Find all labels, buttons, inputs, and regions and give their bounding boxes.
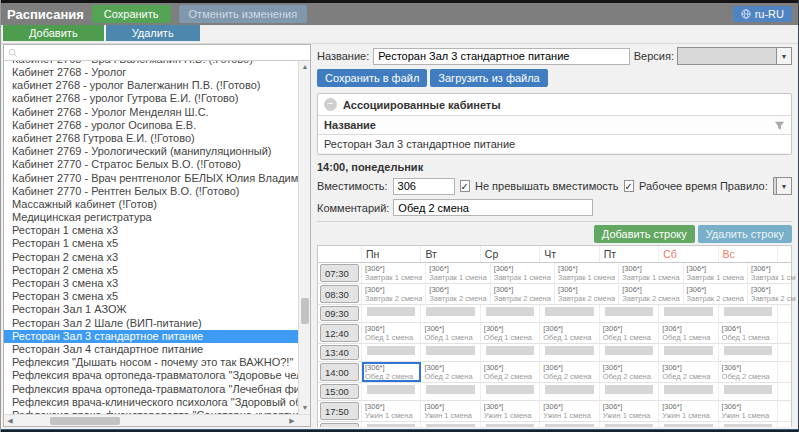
list-item[interactable]: Рефлексия врача ортопеда-травматолога "З… <box>4 369 298 382</box>
schedule-cell[interactable]: [306*]Завтрак 1 смена <box>426 263 490 283</box>
schedule-cell[interactable]: [306*]Ужин 1 смена <box>600 401 659 421</box>
time-label-cell[interactable]: 08:30 <box>318 284 362 304</box>
work-time-checkbox[interactable]: ✓ <box>624 180 634 192</box>
schedule-cell[interactable] <box>481 344 540 361</box>
list-item[interactable]: Рефлексия врача-клинического психолога "… <box>4 396 298 409</box>
schedule-cell[interactable] <box>421 383 480 400</box>
list-item[interactable]: Ресторан Зал 4 стандартное питание <box>4 343 298 356</box>
time-label-cell[interactable]: 12:40 <box>318 323 362 343</box>
delete-row-button[interactable]: Удалить строку <box>698 225 792 243</box>
vertical-scrollbar[interactable]: ▲ ▼ <box>298 61 310 414</box>
schedule-cell[interactable]: [306*]Обед 1 смена <box>421 323 480 343</box>
load-from-file-button[interactable]: Загрузить из файла <box>430 69 547 87</box>
time-label-cell[interactable]: 07:30 <box>318 263 362 283</box>
locale-badge[interactable]: ru-RU <box>733 6 792 22</box>
chevron-down-icon[interactable]: ▼ <box>776 48 791 64</box>
list-item[interactable]: Ресторан Зал 1 АЗОЖ <box>4 303 298 316</box>
schedule-cell[interactable] <box>421 344 480 361</box>
horizontal-scrollbar[interactable]: ◀ ▶ <box>4 414 310 426</box>
schedule-cell[interactable]: [306*]Ужин 1 смена <box>540 401 599 421</box>
schedule-cell[interactable]: [306*]Завтрак 2 смена <box>619 284 683 304</box>
list-item[interactable]: Кабинет 2770 - Рентген Белых В.О. (!Гото… <box>4 185 298 198</box>
schedule-cell[interactable] <box>600 305 659 322</box>
cancel-changes-button[interactable]: Отменить изменения <box>179 5 308 23</box>
schedule-cell[interactable] <box>481 383 540 400</box>
schedule-cell[interactable] <box>481 305 540 322</box>
schedule-cell[interactable]: [306*]Обед 1 смена <box>600 323 659 343</box>
list-item[interactable]: Кабинет 2768 - Уролог Менделян Ш.С. <box>4 106 298 119</box>
list-item[interactable]: Медицинская регистратура <box>4 211 298 224</box>
schedule-cell[interactable] <box>540 344 599 361</box>
schedule-cell[interactable] <box>719 305 778 322</box>
version-dropdown[interactable]: ▼ <box>677 47 792 65</box>
schedule-cell[interactable] <box>362 422 421 427</box>
schedule-cell[interactable]: [306*]Обед 2 смена <box>719 362 778 382</box>
time-label-cell[interactable]: 17:50 <box>318 401 362 421</box>
schedule-cell[interactable] <box>719 344 778 361</box>
scroll-left-arrow[interactable]: ◀ <box>4 415 16 427</box>
scroll-up-arrow[interactable]: ▲ <box>299 61 310 73</box>
schedule-cell[interactable]: [306*]Ужин 1 смена <box>362 401 421 421</box>
schedule-cell[interactable] <box>600 422 659 427</box>
schedule-cell[interactable] <box>540 383 599 400</box>
schedule-cell[interactable]: [306*]Обед 2 смена <box>540 362 599 382</box>
schedule-cell[interactable] <box>659 305 718 322</box>
horizontal-scroll-thumb[interactable] <box>50 417 120 425</box>
schedule-cell[interactable]: [306*]Ужин 1 смена <box>481 401 540 421</box>
list-item[interactable]: кабинет 2768 - уролог Валегжанин П.В. (!… <box>4 79 298 92</box>
time-label-cell[interactable]: 18:40 <box>318 422 362 427</box>
list-item[interactable]: Рефлексия "Дышать носом - почему это так… <box>4 356 298 369</box>
collapse-icon[interactable]: − <box>324 98 337 111</box>
not-exceed-checkbox[interactable]: ✓ <box>460 180 470 192</box>
list-item[interactable]: Ресторан 3 смена х5 <box>4 290 298 303</box>
schedule-cell[interactable]: [306*]Обед 2 смена <box>659 362 718 382</box>
time-label-cell[interactable]: 09:30 <box>318 305 362 322</box>
filter-icon[interactable] <box>774 120 785 131</box>
schedule-cell[interactable] <box>540 305 599 322</box>
schedule-cell[interactable]: [306*]Завтрак 1 смена <box>362 263 426 283</box>
list-item[interactable]: Ресторан 1 смена х5 <box>4 237 298 250</box>
schedule-cell[interactable]: [306*]Обед 1 смена <box>481 323 540 343</box>
schedule-cell[interactable] <box>481 422 540 427</box>
schedule-cell[interactable] <box>421 422 480 427</box>
rule-dropdown[interactable]: ▼ <box>773 177 792 195</box>
list-item[interactable]: Ресторан 3 смена х3 <box>4 277 298 290</box>
schedule-cell[interactable] <box>362 383 421 400</box>
schedule-cell[interactable]: [306*]Обед 1 смена <box>540 323 599 343</box>
list-item[interactable]: Кабинет 2768 - Уролог <box>4 66 298 79</box>
add-button[interactable]: Добавить <box>3 25 104 41</box>
schedule-cell[interactable]: [306*]Завтрак 1 смена <box>684 263 748 283</box>
schedule-cell[interactable]: [306*]Обед 2 смена <box>421 362 480 382</box>
schedule-cell[interactable] <box>362 305 421 322</box>
schedule-cell[interactable]: [306*]Обед 1 смена <box>659 323 718 343</box>
search-box[interactable] <box>4 45 310 61</box>
save-to-file-button[interactable]: Сохранить в файл <box>317 69 427 87</box>
vertical-scroll-thumb[interactable] <box>301 298 309 324</box>
schedule-cell[interactable] <box>719 383 778 400</box>
list-item[interactable]: кабинет 2768 - уролог Гутрова Е.И. (!Гот… <box>4 92 298 105</box>
schedule-cell[interactable] <box>540 422 599 427</box>
schedule-cell[interactable]: [306*]Обед 1 смена <box>362 323 421 343</box>
list-item[interactable]: Ресторан 1 смена х3 <box>4 224 298 237</box>
schedule-cell[interactable]: [306*]Завтрак 2 смена <box>748 284 796 304</box>
schedule-cell[interactable]: [306*]Завтрак 2 смена <box>684 284 748 304</box>
list-item[interactable]: Кабинет 2768 - уролог Осипова Е.В. <box>4 119 298 132</box>
comment-input[interactable] <box>393 199 593 216</box>
list-item[interactable]: Массажный кабинет (!Готов) <box>4 198 298 211</box>
list-item[interactable]: Кабинет 2770 - Стратос Белых В.О. (!Гото… <box>4 158 298 171</box>
schedule-cell[interactable]: [306*]Завтрак 2 смена <box>362 284 426 304</box>
schedule-cell[interactable] <box>600 344 659 361</box>
list-item[interactable]: Рефлексия врача ортопеда-травматолога "Л… <box>4 383 298 396</box>
scroll-right-arrow[interactable]: ▶ <box>286 415 298 427</box>
delete-button[interactable]: Удалить <box>106 25 200 41</box>
save-button[interactable]: Сохранить <box>92 5 171 23</box>
time-label-cell[interactable]: 15:00 <box>318 383 362 400</box>
list-item[interactable]: Ресторан 2 смена х3 <box>4 251 298 264</box>
schedule-cell[interactable]: [306*]Обед 1 смена <box>719 323 778 343</box>
schedule-cell[interactable]: [306*]Ужин 1 смена <box>421 401 480 421</box>
list-item-selected[interactable]: Ресторан Зал 3 стандартное питание <box>4 330 298 343</box>
search-input[interactable] <box>22 47 306 59</box>
schedule-cell[interactable] <box>362 344 421 361</box>
associated-cabinet-row[interactable]: Ресторан Зал 3 стандартное питание <box>318 135 791 154</box>
schedule-cell[interactable]: [306*]Ужин 1 смена <box>719 401 778 421</box>
